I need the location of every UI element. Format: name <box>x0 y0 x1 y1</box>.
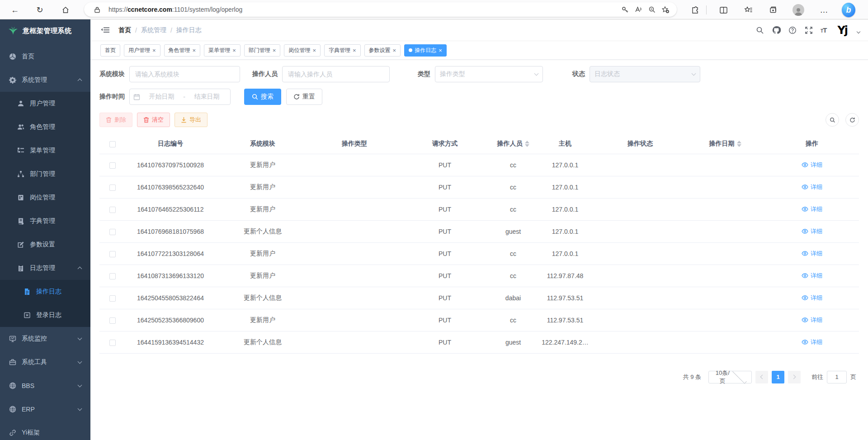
sidebar-item-oper-log[interactable]: 操作日志 <box>0 280 90 303</box>
close-icon[interactable] <box>193 47 196 53</box>
next-page-button[interactable] <box>788 371 801 383</box>
tag-menu-mgmt[interactable]: 菜单管理 <box>204 44 241 57</box>
close-icon[interactable] <box>232 47 236 53</box>
clear-button[interactable]: 清空 <box>137 113 170 127</box>
toolbox-icon <box>9 359 16 366</box>
row-checkbox[interactable] <box>109 185 116 191</box>
select-all-checkbox[interactable] <box>109 141 116 147</box>
sort-icon[interactable] <box>525 141 529 147</box>
close-icon[interactable] <box>393 47 396 53</box>
sidebar-item-yi-framework[interactable]: Yi框架 <box>0 421 90 440</box>
close-icon[interactable] <box>152 47 156 53</box>
sidebar-item-system-monitor[interactable]: 系统监控 <box>0 327 90 350</box>
collapse-menu-icon[interactable] <box>100 25 110 35</box>
fullscreen-icon[interactable] <box>804 26 813 35</box>
breadcrumb-section[interactable]: 系统管理 <box>141 26 166 34</box>
tag-home[interactable]: 首页 <box>100 44 120 57</box>
prev-page-button[interactable] <box>755 371 768 383</box>
row-checkbox[interactable] <box>109 207 116 213</box>
sidebar-item-dict-mgmt[interactable]: 字典管理 <box>0 209 90 233</box>
password-key-icon[interactable] <box>618 4 632 15</box>
zoom-out-icon[interactable] <box>645 4 659 15</box>
browser-home-icon[interactable] <box>59 4 72 16</box>
header-search-icon[interactable] <box>755 26 764 35</box>
status-select[interactable]: 日志状态 <box>590 66 700 82</box>
module-input[interactable] <box>129 66 240 82</box>
export-button[interactable]: 导出 <box>175 113 208 127</box>
detail-link[interactable]: 详细 <box>802 161 822 169</box>
sidebar-item-bbs[interactable]: BBS <box>0 374 90 397</box>
close-icon[interactable] <box>273 47 276 53</box>
close-icon[interactable] <box>439 47 442 53</box>
sidebar-item-login-log[interactable]: 登录日志 <box>0 303 90 327</box>
browser-settings-more-icon[interactable]: … <box>817 3 831 17</box>
table-refresh-icon[interactable] <box>845 113 859 127</box>
close-icon[interactable] <box>353 47 356 53</box>
date-range-picker[interactable]: 开始日期 - 结束日期 <box>129 89 231 105</box>
row-checkbox[interactable] <box>109 273 116 279</box>
sidebar-item-user-mgmt[interactable]: 用户管理 <box>0 92 90 115</box>
sidebar-item-menu-mgmt[interactable]: 菜单管理 <box>0 139 90 162</box>
detail-link[interactable]: 详细 <box>802 250 822 258</box>
bing-icon[interactable]: b <box>842 3 855 17</box>
sidebar-item-log-mgmt[interactable]: 日志管理 <box>0 256 90 280</box>
detail-link[interactable]: 详细 <box>802 205 822 213</box>
detail-link[interactable]: 详细 <box>802 272 822 280</box>
sidebar-item-system-mgmt[interactable]: 系统管理 <box>0 68 90 92</box>
tag-dept-mgmt[interactable]: 部门管理 <box>244 44 281 57</box>
font-size-icon[interactable]: TT <box>821 26 826 34</box>
search-button[interactable]: 搜索 <box>244 89 281 105</box>
browser-address-bar[interactable]: https://ccnetcore.com:1101/system/log/op… <box>84 2 677 17</box>
row-checkbox[interactable] <box>109 340 116 346</box>
sidebar-item-dept-mgmt[interactable]: 部门管理 <box>0 162 90 186</box>
detail-link[interactable]: 详细 <box>802 183 822 191</box>
breadcrumb-home[interactable]: 首页 <box>118 26 131 34</box>
collections-icon[interactable] <box>766 3 780 17</box>
sidebar-item-erp[interactable]: ERP <box>0 397 90 421</box>
row-checkbox[interactable] <box>109 251 116 257</box>
sidebar-item-post-mgmt[interactable]: 岗位管理 <box>0 186 90 209</box>
help-icon[interactable] <box>788 26 797 35</box>
detail-link[interactable]: 详细 <box>802 294 822 302</box>
chevron-down-icon[interactable] <box>857 29 860 33</box>
row-checkbox[interactable] <box>109 317 116 324</box>
sidebar-item-role-mgmt[interactable]: 角色管理 <box>0 115 90 139</box>
tag-dict-mgmt[interactable]: 字典管理 <box>324 44 361 57</box>
tag-post-mgmt[interactable]: 岗位管理 <box>284 44 321 57</box>
detail-link[interactable]: 详细 <box>802 316 822 324</box>
row-checkbox[interactable] <box>109 295 116 302</box>
goto-page-input[interactable] <box>827 371 847 383</box>
app-logo[interactable]: 意框架管理系统 <box>0 19 90 42</box>
page-number-current[interactable]: 1 <box>772 371 784 383</box>
browser-profile-avatar[interactable] <box>792 3 805 17</box>
sidebar-item-home[interactable]: 首页 <box>0 45 90 68</box>
browser-back-icon[interactable]: ← <box>9 4 21 16</box>
tag-oper-log[interactable]: 操作日志 <box>404 44 447 57</box>
reset-button[interactable]: 重置 <box>286 89 322 105</box>
tag-param-settings[interactable]: 参数设置 <box>364 44 401 57</box>
type-select[interactable]: 操作类型 <box>435 66 543 82</box>
row-checkbox[interactable] <box>109 229 116 235</box>
sidebar-item-param-settings[interactable]: 参数设置 <box>0 233 90 256</box>
read-aloud-icon[interactable] <box>632 4 645 15</box>
github-icon[interactable] <box>772 26 781 35</box>
detail-link[interactable]: 详细 <box>802 227 822 236</box>
sort-icon[interactable] <box>737 141 741 147</box>
user-avatar-logo[interactable]: Yj <box>837 24 847 37</box>
delete-button[interactable]: 删除 <box>99 113 132 127</box>
split-screen-icon[interactable] <box>717 3 730 17</box>
detail-link[interactable]: 详细 <box>802 338 822 346</box>
extensions-icon[interactable] <box>688 3 702 17</box>
close-icon[interactable] <box>312 47 316 53</box>
tag-role-mgmt[interactable]: 角色管理 <box>164 44 201 57</box>
table-search-toggle-icon[interactable] <box>826 113 839 127</box>
row-checkbox[interactable] <box>109 162 116 169</box>
page-size-select[interactable]: 10条/页 <box>708 371 752 383</box>
add-favorite-icon[interactable] <box>659 4 672 15</box>
browser-refresh-icon[interactable]: ↻ <box>33 4 46 16</box>
url-text[interactable]: https://ccnetcore.com:1101/system/log/op… <box>108 6 618 13</box>
favorites-icon[interactable] <box>741 3 755 17</box>
tag-user-mgmt[interactable]: 用户管理 <box>124 44 160 57</box>
operator-input[interactable] <box>282 66 390 82</box>
sidebar-item-system-tools[interactable]: 系统工具 <box>0 350 90 374</box>
